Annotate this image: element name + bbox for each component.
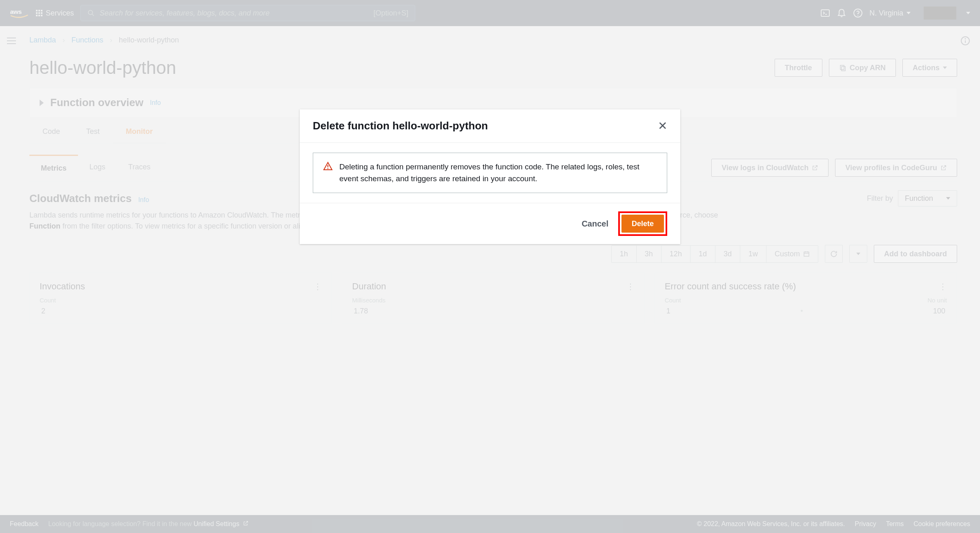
cancel-button[interactable]: Cancel [581,219,608,229]
modal-body: Deleting a function permanently removes … [300,143,680,203]
alert-box: Deleting a function permanently removes … [313,153,667,193]
modal-footer: Cancel Delete [300,203,680,244]
delete-button-highlight: Delete [618,211,667,236]
close-icon[interactable]: ✕ [658,119,667,133]
modal-overlay: Delete function hello-world-python ✕ Del… [0,0,980,533]
delete-button[interactable]: Delete [621,215,664,233]
modal-title: Delete function hello-world-python [313,120,488,132]
warning-icon [323,161,333,184]
svg-point-17 [327,168,328,169]
alert-text: Deleting a function permanently removes … [339,161,657,184]
delete-function-modal: Delete function hello-world-python ✕ Del… [300,109,680,244]
modal-header: Delete function hello-world-python ✕ [300,109,680,143]
